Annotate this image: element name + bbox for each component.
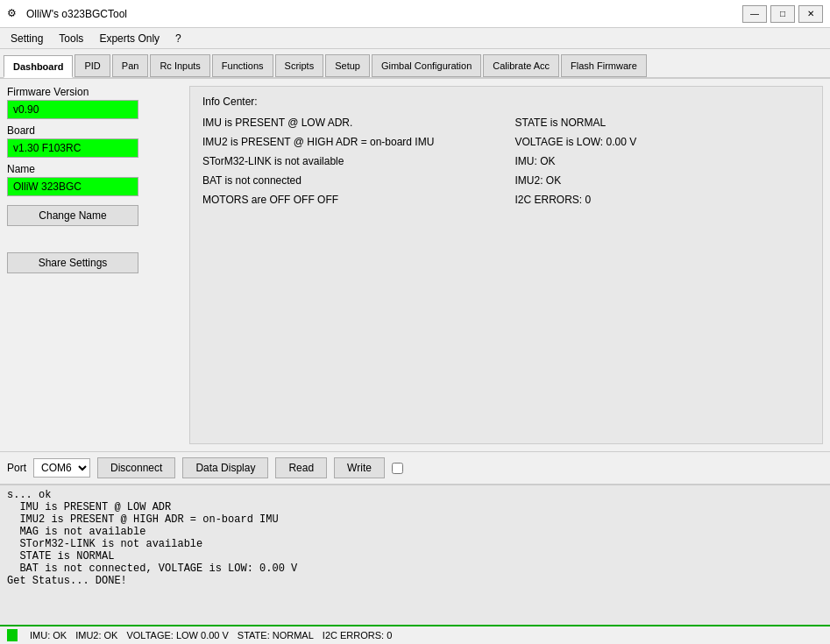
- name-input[interactable]: [7, 177, 138, 196]
- checkbox[interactable]: [392, 463, 403, 474]
- info-bat-not-connected: BAT is not connected: [202, 174, 498, 187]
- info-imu2-present: IMU2 is PRESENT @ HIGH ADR = on-board IM…: [202, 136, 498, 148]
- titlebar: ⚙ OlliW's o323BGCTool — □ ✕: [0, 0, 830, 28]
- status-state: STATE: NORMAL: [238, 630, 314, 640]
- info-imu-ok: IMU: OK: [515, 155, 811, 167]
- status-voltage: VOLTAGE: LOW 0.00 V: [126, 630, 228, 640]
- tabs-row: Dashboard PID Pan Rc Inputs Functions Sc…: [0, 49, 830, 79]
- window-title: OlliW's o323BGCTool: [26, 8, 127, 20]
- data-display-button[interactable]: Data Display: [182, 457, 268, 478]
- main-content: Firmware Version Board Name Change Name …: [0, 79, 830, 451]
- titlebar-left: ⚙ OlliW's o323BGCTool: [7, 7, 127, 21]
- change-name-button[interactable]: Change Name: [7, 205, 138, 226]
- console-area[interactable]: s... ok IMU is PRESENT @ LOW ADR IMU2 is…: [0, 485, 830, 625]
- info-panel: Info Center: IMU is PRESENT @ LOW ADR. S…: [189, 86, 823, 444]
- board-group: Board: [7, 124, 182, 158]
- tab-setup[interactable]: Setup: [325, 54, 370, 77]
- info-state-normal: STATE is NORMAL: [515, 117, 811, 129]
- share-settings-button[interactable]: Share Settings: [7, 252, 138, 273]
- info-imu2-ok: IMU2: OK: [515, 174, 811, 187]
- restore-button[interactable]: □: [770, 5, 795, 23]
- menu-setting[interactable]: Setting: [4, 31, 50, 46]
- minimize-button[interactable]: —: [742, 5, 767, 23]
- tab-dashboard[interactable]: Dashboard: [4, 55, 73, 78]
- disconnect-button[interactable]: Disconnect: [97, 457, 175, 478]
- info-storm32-link: STorM32-LINK is not available: [202, 155, 498, 167]
- checkbox-area: [392, 463, 403, 474]
- tab-functions[interactable]: Functions: [212, 54, 273, 77]
- port-label: Port: [7, 462, 26, 474]
- info-imu-present: IMU is PRESENT @ LOW ADR.: [202, 117, 498, 129]
- left-panel: Firmware Version Board Name Change Name …: [7, 86, 182, 444]
- tab-pan[interactable]: Pan: [112, 54, 149, 77]
- menu-tools[interactable]: Tools: [52, 31, 90, 46]
- info-center-title: Info Center:: [202, 96, 810, 108]
- firmware-version-input[interactable]: [7, 100, 138, 119]
- firmware-version-label: Firmware Version: [7, 86, 182, 98]
- port-select[interactable]: COM6: [33, 458, 90, 478]
- board-label: Board: [7, 124, 182, 137]
- left-panel-lower: Share Settings: [7, 249, 182, 273]
- tab-gimbal-configuration[interactable]: Gimbal Configuration: [372, 54, 481, 77]
- status-green-indicator: [7, 629, 18, 641]
- info-motors-off: MOTORS are OFF OFF OFF: [202, 194, 498, 206]
- titlebar-controls: — □ ✕: [742, 5, 823, 23]
- menu-help[interactable]: ?: [168, 31, 188, 46]
- tab-rc-inputs[interactable]: Rc Inputs: [150, 54, 209, 77]
- tab-pid[interactable]: PID: [74, 54, 110, 77]
- menu-experts-only[interactable]: Experts Only: [92, 31, 167, 46]
- write-button[interactable]: Write: [334, 457, 385, 478]
- status-line: IMU: OK IMU2: OK VOLTAGE: LOW 0.00 V STA…: [0, 625, 830, 644]
- name-group: Name: [7, 163, 182, 196]
- status-i2c: I2C ERRORS: 0: [323, 630, 392, 640]
- read-button[interactable]: Read: [275, 457, 327, 478]
- status-imu2: IMU2: OK: [75, 630, 117, 640]
- board-input[interactable]: [7, 138, 138, 158]
- close-button[interactable]: ✕: [798, 5, 823, 23]
- status-imu: IMU: OK: [30, 630, 67, 640]
- info-grid: IMU is PRESENT @ LOW ADR. STATE is NORMA…: [202, 117, 810, 206]
- firmware-version-group: Firmware Version: [7, 86, 182, 119]
- tab-flash-firmware[interactable]: Flash Firmware: [561, 54, 647, 77]
- name-label: Name: [7, 163, 182, 175]
- info-i2c-errors: I2C ERRORS: 0: [515, 194, 811, 206]
- tab-calibrate-acc[interactable]: Calibrate Acc: [483, 54, 559, 77]
- controls-bar: Port COM6 Disconnect Data Display Read W…: [0, 451, 830, 485]
- tab-scripts[interactable]: Scripts: [275, 54, 324, 77]
- info-voltage-low: VOLTAGE is LOW: 0.00 V: [515, 136, 811, 148]
- menubar: Setting Tools Experts Only ?: [0, 28, 830, 49]
- app-icon: ⚙: [7, 7, 21, 21]
